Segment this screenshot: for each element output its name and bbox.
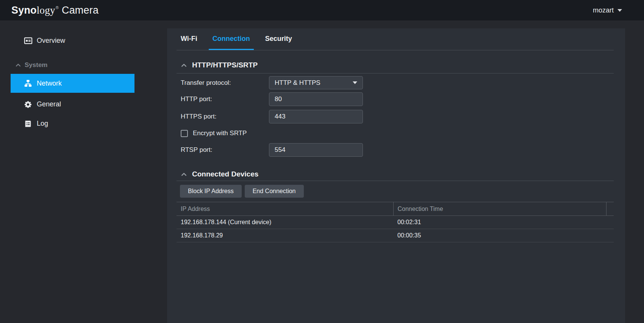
table-header-row[interactable]: IP Address Connection Time	[177, 202, 614, 216]
transfer-protocol-row: Transfer protocol: HTTP & HTTPS	[181, 76, 363, 89]
tabbar-divider	[177, 50, 614, 50]
tab-label: Connection	[213, 35, 250, 43]
tab-label: Wi-Fi	[181, 35, 197, 43]
overview-card-icon	[23, 36, 33, 45]
gear-icon	[23, 100, 33, 109]
column-header-ip[interactable]: IP Address	[177, 202, 393, 216]
encrypt-srtp-label: Encrypt with SRTP	[193, 130, 247, 137]
section-title: Connected Devices	[192, 170, 258, 178]
sidebar-item-label: Network	[37, 80, 62, 87]
section-divider	[177, 73, 614, 73]
chevron-up-icon	[181, 171, 187, 178]
synology-camera-logo: Synology®Camera	[11, 5, 98, 16]
http-port-label: HTTP port:	[181, 95, 269, 103]
transfer-protocol-label: Transfer protocol:	[181, 79, 269, 87]
sidebar-item-network[interactable]: Network	[11, 74, 134, 93]
encrypt-srtp-checkbox[interactable]	[181, 130, 188, 137]
chevron-down-icon	[353, 81, 357, 84]
table-row[interactable]: 192.168.178.144 (Current device) 00:02:3…	[177, 216, 614, 229]
main-panel: Wi-Fi Connection Security HTTP/HTTPS/SRT…	[167, 28, 625, 323]
sidebar: Overview System Network	[0, 20, 167, 323]
sidebar-item-label: General	[37, 100, 61, 108]
section-title: HTTP/HTTPS/SRTP	[192, 61, 258, 69]
logo-text-bold: Syno	[11, 5, 37, 16]
rtsp-port-row: RTSP port:	[181, 143, 363, 157]
connected-devices-table: IP Address Connection Time 192.168.178.1…	[177, 202, 614, 242]
selected-option: HTTP & HTTPS	[275, 79, 320, 87]
http-port-row: HTTP port:	[181, 92, 363, 106]
ip-address-cell[interactable]: 192.168.178.29	[177, 229, 393, 242]
block-ip-button[interactable]: Block IP Address	[180, 185, 242, 198]
sidebar-item-overview[interactable]: Overview	[11, 32, 134, 49]
registered-mark: ®	[56, 5, 59, 10]
user-menu[interactable]: mozart	[593, 6, 622, 14]
sidebar-item-label: Log	[37, 120, 48, 128]
sidebar-group-label: System	[25, 61, 47, 69]
logo-text-serif: logy	[37, 5, 55, 16]
tab-label: Security	[265, 35, 292, 43]
transfer-protocol-select[interactable]: HTTP & HTTPS	[269, 76, 363, 89]
sidebar-item-log[interactable]: Log	[11, 115, 134, 132]
network-nodes-icon	[23, 79, 33, 88]
column-header-time[interactable]: Connection Time	[393, 202, 606, 216]
encrypt-srtp-row[interactable]: Encrypt with SRTP	[181, 129, 247, 137]
ip-address-cell[interactable]: 192.168.178.144 (Current device)	[177, 216, 393, 229]
tab-security[interactable]: Security	[261, 28, 296, 50]
chevron-down-icon	[617, 9, 622, 12]
connection-time-cell[interactable]: 00:00:35	[393, 229, 606, 242]
username: mozart	[593, 6, 614, 14]
section-header-devices[interactable]: Connected Devices	[181, 169, 258, 179]
tab-wifi[interactable]: Wi-Fi	[177, 28, 201, 50]
tab-connection[interactable]: Connection	[209, 28, 254, 50]
connection-time-cell[interactable]: 00:02:31	[393, 216, 606, 229]
http-port-input[interactable]	[269, 92, 363, 106]
rtsp-port-label: RTSP port:	[181, 146, 269, 154]
sidebar-item-general[interactable]: General	[11, 96, 134, 113]
https-port-label: HTTPS port:	[181, 113, 269, 120]
sidebar-group-system[interactable]: System	[11, 60, 134, 70]
https-port-row: HTTPS port:	[181, 110, 363, 123]
chevron-up-icon	[15, 62, 21, 68]
log-document-icon	[23, 119, 33, 128]
rtsp-port-input[interactable]	[269, 143, 363, 157]
table-row[interactable]: 192.168.178.29 00:00:35	[177, 229, 614, 242]
section-divider	[177, 181, 614, 181]
device-actions: Block IP Address End Connection	[180, 185, 304, 198]
column-header-spacer	[606, 202, 614, 216]
chevron-up-icon	[181, 62, 187, 69]
section-header-http[interactable]: HTTP/HTTPS/SRTP	[181, 60, 258, 70]
topbar: Synology®Camera mozart	[0, 0, 644, 20]
sidebar-item-label: Overview	[37, 37, 65, 45]
logo-app-name: Camera	[62, 5, 98, 16]
tab-bar: Wi-Fi Connection Security	[167, 28, 303, 50]
end-connection-button[interactable]: End Connection	[245, 185, 304, 198]
https-port-input[interactable]	[269, 110, 363, 123]
